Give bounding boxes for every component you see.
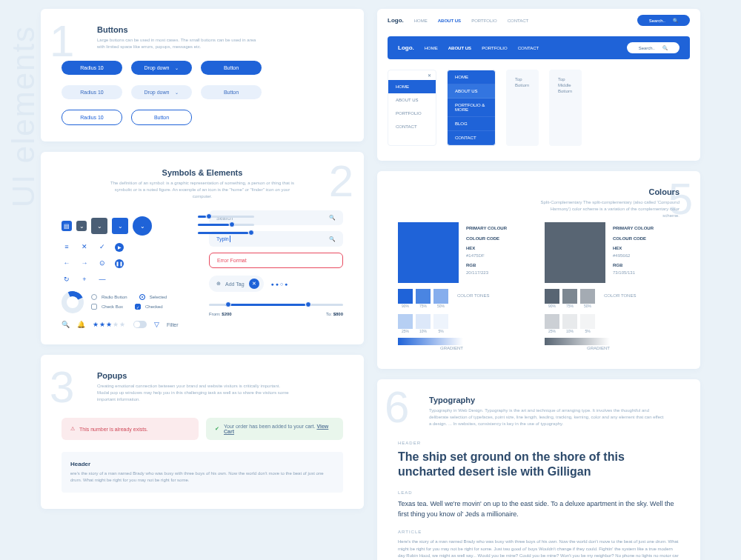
nav-about[interactable]: ABOUT US <box>448 46 471 50</box>
menu-item[interactable]: HOME <box>448 70 495 84</box>
type-article: Here's the story of a man named Brady wh… <box>398 539 679 560</box>
dropdown-circle[interactable]: ⌄ <box>133 216 152 236</box>
outline-button[interactable]: Button <box>131 110 192 125</box>
colour-spec: PRIMARY COLOUR COLOUR CODE HEX#1475DF RG… <box>466 222 507 283</box>
filter-icon[interactable]: ▽ <box>154 321 159 328</box>
colour-spec: PRIMARY COLOUR COLOUR CODE HEX#495662 RG… <box>613 222 654 283</box>
nav-about[interactable]: ABOUT US <box>438 19 461 23</box>
dropdown-button[interactable]: Drop down⌄ <box>131 61 192 75</box>
watermark-text: UI elements <box>6 25 41 207</box>
volume-slider[interactable] <box>198 224 254 226</box>
menu-item[interactable]: PORTFOLIO <box>388 107 436 120</box>
filter-label: Filter <box>167 322 179 327</box>
warning-icon: ⚠ <box>70 426 75 432</box>
volume-slider[interactable] <box>198 216 254 218</box>
menu-icon[interactable]: ≡ <box>62 243 72 252</box>
navbar-dark: Logo. HOME ABOUT US PORTFOLIO CONTACT Se… <box>388 36 690 59</box>
search-icon: 🔍 <box>329 215 336 221</box>
popup-body: ere's the story of a man named Brady who… <box>70 470 334 484</box>
menu-item[interactable]: CONTACT <box>388 120 436 133</box>
menu-item[interactable]: CONTACT <box>448 131 495 145</box>
star-rating[interactable]: ★★★★★ <box>93 321 126 328</box>
radio-off[interactable] <box>91 294 97 300</box>
volume-slider[interactable] <box>198 232 254 234</box>
search-pill[interactable]: Search..🔍 <box>627 42 679 53</box>
dropdown-square-blue[interactable]: ⌄ <box>112 218 128 234</box>
gradient-swatch <box>545 338 610 345</box>
section-subtitle: Creating emotional connection between yo… <box>97 383 290 403</box>
check-icon[interactable]: ✓ <box>97 243 107 252</box>
section-symbols: 2 Symbols & Elements The definition of a… <box>41 152 364 344</box>
checkbox-off[interactable] <box>91 304 97 310</box>
zoom-icon[interactable]: 🔍 <box>62 321 70 328</box>
square-small[interactable]: ▤ <box>62 221 72 231</box>
bell-icon[interactable]: 🔔 <box>77 321 85 328</box>
close-icon[interactable]: ✕ <box>388 70 436 80</box>
menu-item[interactable]: BLOG <box>448 117 495 131</box>
section-subtitle: Large buttons can be used in most cases.… <box>97 37 260 50</box>
secondary-button[interactable]: Button <box>201 85 262 99</box>
check-circle-icon: ✔ <box>215 426 219 432</box>
section-buttons: 1 Buttons Large buttons can be used in m… <box>41 9 364 141</box>
plus-icon[interactable]: + <box>79 276 90 283</box>
section-number: 2 <box>329 159 353 204</box>
navbar-light: Logo. HOME ABOUT US PORTFOLIO CONTACT Se… <box>377 9 700 32</box>
menu-item[interactable]: ABOUT US <box>388 93 436 107</box>
nav-portfolio[interactable]: PORTFOLIO <box>471 19 497 23</box>
search-icon: 🔍 <box>329 236 336 242</box>
dropdown-menu-dark: HOME ABOUT US PORTFOLIO & MORE BLOG CONT… <box>447 70 496 146</box>
section-title: Popups <box>97 371 343 380</box>
dropdown-square-large[interactable]: ⌄ <box>91 218 107 234</box>
nav-contact[interactable]: CONTACT <box>518 46 539 50</box>
section-popups: 3 Popups Creating emotional connection b… <box>41 355 364 509</box>
success-alert: ✔Your order has been added to your cart.… <box>206 418 343 440</box>
remove-tag-icon[interactable]: ✕ <box>249 279 259 289</box>
search-icon: 🔍 <box>662 45 668 50</box>
logo[interactable]: Logo. <box>388 17 404 24</box>
close-icon[interactable]: ✕ <box>79 243 90 252</box>
arrow-right-icon[interactable]: → <box>79 259 90 268</box>
progress-circle <box>62 291 84 313</box>
pagination-dots[interactable]: ● ● ○ ● <box>271 281 288 287</box>
menu-item[interactable]: HOME <box>388 80 436 93</box>
search-icon[interactable]: ⊙ <box>97 259 107 268</box>
play-icon[interactable]: ▶ <box>115 243 124 252</box>
dropdown-square[interactable]: ⌄ <box>76 221 87 231</box>
nav-home[interactable]: HOME <box>425 46 438 50</box>
nav-portfolio[interactable]: PORTFOLIO <box>482 46 508 50</box>
nav-home[interactable]: HOME <box>414 19 428 23</box>
primary-swatch <box>398 222 459 283</box>
type-label: ARTICLE <box>398 530 679 534</box>
section-number: 6 <box>385 385 409 430</box>
toggle-switch[interactable] <box>133 321 147 328</box>
minus-icon[interactable]: — <box>97 276 107 283</box>
search-pill[interactable]: Search..🔍 <box>637 15 690 26</box>
nav-contact[interactable]: CONTACT <box>508 19 529 23</box>
section-typography: 6 Typography Typography in Web Design. T… <box>377 379 700 560</box>
type-label: LEAD <box>398 490 679 495</box>
radius-button[interactable]: Radius 10 <box>62 61 122 75</box>
logo[interactable]: Logo. <box>398 44 414 51</box>
dropdown-button[interactable]: Drop down⌄ <box>131 85 192 99</box>
arrow-left-icon[interactable]: ← <box>62 259 72 268</box>
error-input[interactable]: Error Format <box>209 253 343 268</box>
add-tag[interactable]: ⊕Add Tag✕ <box>209 276 264 292</box>
radius-button[interactable]: Radius 10 <box>62 85 122 99</box>
section-number: 3 <box>50 365 74 410</box>
section-subtitle: Split-Complementary The split-complement… <box>539 199 679 219</box>
type-lead: Texas tea. Well we're movin' on up to th… <box>398 499 679 519</box>
popover-small: TopBottom <box>506 70 539 146</box>
checkbox-on[interactable]: ✓ <box>135 304 141 310</box>
range-slider[interactable] <box>209 304 343 306</box>
search-icon: 🔍 <box>673 18 678 23</box>
pause-icon[interactable]: ❚❚ <box>115 259 124 268</box>
dropdown-menu-light: ✕ HOME ABOUT US PORTFOLIO CONTACT <box>388 70 436 146</box>
primary-button[interactable]: Button <box>201 61 262 75</box>
section-colours: 5 Colours Split-Complementary The split-… <box>377 171 700 369</box>
refresh-icon[interactable]: ↻ <box>62 276 72 283</box>
menu-item[interactable]: PORTFOLIO & MORE <box>448 99 495 117</box>
menu-item[interactable]: ABOUT US <box>448 84 495 99</box>
chevron-down-icon: ⌄ <box>175 90 179 95</box>
radius-button[interactable]: Radius 10 <box>62 110 122 125</box>
radio-on[interactable] <box>139 294 145 300</box>
